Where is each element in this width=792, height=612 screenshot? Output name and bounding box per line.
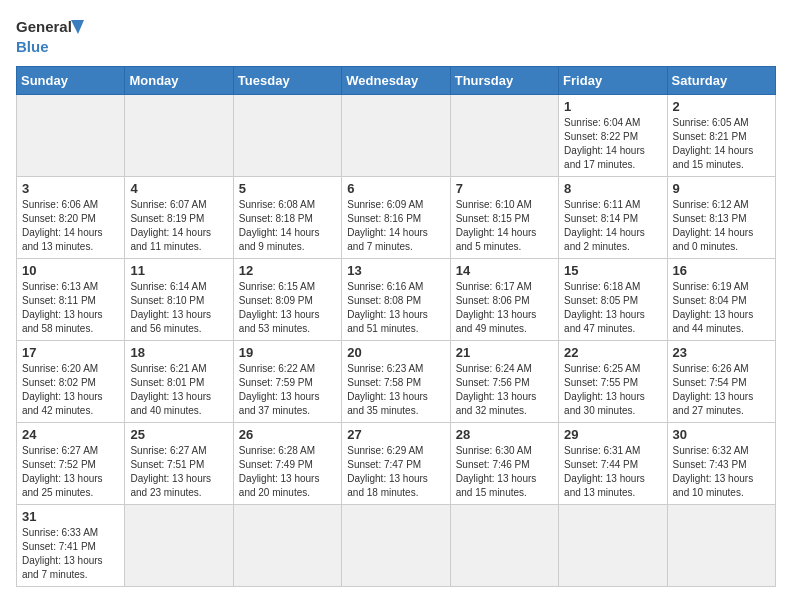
calendar-cell: 30Sunrise: 6:32 AM Sunset: 7:43 PM Dayli… bbox=[667, 423, 775, 505]
col-sunday: Sunday bbox=[17, 67, 125, 95]
calendar-cell bbox=[233, 95, 341, 177]
day-info: Sunrise: 6:30 AM Sunset: 7:46 PM Dayligh… bbox=[456, 444, 553, 500]
svg-text:General: General bbox=[16, 18, 72, 35]
day-number: 4 bbox=[130, 181, 227, 196]
day-info: Sunrise: 6:26 AM Sunset: 7:54 PM Dayligh… bbox=[673, 362, 770, 418]
calendar-cell: 14Sunrise: 6:17 AM Sunset: 8:06 PM Dayli… bbox=[450, 259, 558, 341]
col-tuesday: Tuesday bbox=[233, 67, 341, 95]
logo: GeneralBlue bbox=[16, 16, 96, 56]
calendar-cell: 9Sunrise: 6:12 AM Sunset: 8:13 PM Daylig… bbox=[667, 177, 775, 259]
calendar-cell bbox=[17, 95, 125, 177]
day-info: Sunrise: 6:11 AM Sunset: 8:14 PM Dayligh… bbox=[564, 198, 661, 254]
day-number: 17 bbox=[22, 345, 119, 360]
calendar-cell bbox=[559, 505, 667, 587]
calendar-table: Sunday Monday Tuesday Wednesday Thursday… bbox=[16, 66, 776, 587]
calendar-cell: 25Sunrise: 6:27 AM Sunset: 7:51 PM Dayli… bbox=[125, 423, 233, 505]
calendar-cell bbox=[667, 505, 775, 587]
day-number: 28 bbox=[456, 427, 553, 442]
calendar-cell: 31Sunrise: 6:33 AM Sunset: 7:41 PM Dayli… bbox=[17, 505, 125, 587]
day-info: Sunrise: 6:06 AM Sunset: 8:20 PM Dayligh… bbox=[22, 198, 119, 254]
day-number: 15 bbox=[564, 263, 661, 278]
day-info: Sunrise: 6:12 AM Sunset: 8:13 PM Dayligh… bbox=[673, 198, 770, 254]
day-info: Sunrise: 6:09 AM Sunset: 8:16 PM Dayligh… bbox=[347, 198, 444, 254]
svg-text:Blue: Blue bbox=[16, 38, 49, 55]
calendar-cell: 22Sunrise: 6:25 AM Sunset: 7:55 PM Dayli… bbox=[559, 341, 667, 423]
header: GeneralBlue bbox=[16, 16, 776, 56]
calendar-cell: 11Sunrise: 6:14 AM Sunset: 8:10 PM Dayli… bbox=[125, 259, 233, 341]
day-number: 24 bbox=[22, 427, 119, 442]
day-number: 27 bbox=[347, 427, 444, 442]
svg-marker-1 bbox=[71, 20, 84, 34]
calendar-cell: 2Sunrise: 6:05 AM Sunset: 8:21 PM Daylig… bbox=[667, 95, 775, 177]
day-info: Sunrise: 6:29 AM Sunset: 7:47 PM Dayligh… bbox=[347, 444, 444, 500]
day-info: Sunrise: 6:25 AM Sunset: 7:55 PM Dayligh… bbox=[564, 362, 661, 418]
calendar-cell bbox=[450, 95, 558, 177]
calendar-cell: 23Sunrise: 6:26 AM Sunset: 7:54 PM Dayli… bbox=[667, 341, 775, 423]
day-info: Sunrise: 6:13 AM Sunset: 8:11 PM Dayligh… bbox=[22, 280, 119, 336]
day-number: 21 bbox=[456, 345, 553, 360]
day-number: 14 bbox=[456, 263, 553, 278]
day-number: 18 bbox=[130, 345, 227, 360]
calendar-cell: 8Sunrise: 6:11 AM Sunset: 8:14 PM Daylig… bbox=[559, 177, 667, 259]
day-info: Sunrise: 6:16 AM Sunset: 8:08 PM Dayligh… bbox=[347, 280, 444, 336]
col-wednesday: Wednesday bbox=[342, 67, 450, 95]
day-info: Sunrise: 6:27 AM Sunset: 7:51 PM Dayligh… bbox=[130, 444, 227, 500]
day-info: Sunrise: 6:20 AM Sunset: 8:02 PM Dayligh… bbox=[22, 362, 119, 418]
day-info: Sunrise: 6:24 AM Sunset: 7:56 PM Dayligh… bbox=[456, 362, 553, 418]
day-number: 31 bbox=[22, 509, 119, 524]
calendar-cell: 10Sunrise: 6:13 AM Sunset: 8:11 PM Dayli… bbox=[17, 259, 125, 341]
day-info: Sunrise: 6:28 AM Sunset: 7:49 PM Dayligh… bbox=[239, 444, 336, 500]
calendar-cell: 7Sunrise: 6:10 AM Sunset: 8:15 PM Daylig… bbox=[450, 177, 558, 259]
day-number: 5 bbox=[239, 181, 336, 196]
day-number: 20 bbox=[347, 345, 444, 360]
day-number: 23 bbox=[673, 345, 770, 360]
calendar-cell: 21Sunrise: 6:24 AM Sunset: 7:56 PM Dayli… bbox=[450, 341, 558, 423]
day-number: 1 bbox=[564, 99, 661, 114]
calendar-header-row: Sunday Monday Tuesday Wednesday Thursday… bbox=[17, 67, 776, 95]
day-info: Sunrise: 6:22 AM Sunset: 7:59 PM Dayligh… bbox=[239, 362, 336, 418]
calendar-cell: 28Sunrise: 6:30 AM Sunset: 7:46 PM Dayli… bbox=[450, 423, 558, 505]
col-friday: Friday bbox=[559, 67, 667, 95]
day-info: Sunrise: 6:15 AM Sunset: 8:09 PM Dayligh… bbox=[239, 280, 336, 336]
col-saturday: Saturday bbox=[667, 67, 775, 95]
day-number: 11 bbox=[130, 263, 227, 278]
day-info: Sunrise: 6:23 AM Sunset: 7:58 PM Dayligh… bbox=[347, 362, 444, 418]
calendar-cell bbox=[233, 505, 341, 587]
day-info: Sunrise: 6:17 AM Sunset: 8:06 PM Dayligh… bbox=[456, 280, 553, 336]
calendar-cell bbox=[342, 95, 450, 177]
col-thursday: Thursday bbox=[450, 67, 558, 95]
calendar-cell bbox=[125, 95, 233, 177]
calendar-cell: 26Sunrise: 6:28 AM Sunset: 7:49 PM Dayli… bbox=[233, 423, 341, 505]
day-number: 26 bbox=[239, 427, 336, 442]
day-number: 10 bbox=[22, 263, 119, 278]
day-info: Sunrise: 6:32 AM Sunset: 7:43 PM Dayligh… bbox=[673, 444, 770, 500]
day-info: Sunrise: 6:18 AM Sunset: 8:05 PM Dayligh… bbox=[564, 280, 661, 336]
day-number: 3 bbox=[22, 181, 119, 196]
day-number: 16 bbox=[673, 263, 770, 278]
day-info: Sunrise: 6:21 AM Sunset: 8:01 PM Dayligh… bbox=[130, 362, 227, 418]
calendar-cell: 12Sunrise: 6:15 AM Sunset: 8:09 PM Dayli… bbox=[233, 259, 341, 341]
calendar-cell: 4Sunrise: 6:07 AM Sunset: 8:19 PM Daylig… bbox=[125, 177, 233, 259]
day-info: Sunrise: 6:05 AM Sunset: 8:21 PM Dayligh… bbox=[673, 116, 770, 172]
day-number: 13 bbox=[347, 263, 444, 278]
day-info: Sunrise: 6:27 AM Sunset: 7:52 PM Dayligh… bbox=[22, 444, 119, 500]
calendar-cell: 13Sunrise: 6:16 AM Sunset: 8:08 PM Dayli… bbox=[342, 259, 450, 341]
calendar-body: 1Sunrise: 6:04 AM Sunset: 8:22 PM Daylig… bbox=[17, 95, 776, 587]
day-info: Sunrise: 6:10 AM Sunset: 8:15 PM Dayligh… bbox=[456, 198, 553, 254]
day-number: 30 bbox=[673, 427, 770, 442]
day-info: Sunrise: 6:33 AM Sunset: 7:41 PM Dayligh… bbox=[22, 526, 119, 582]
day-number: 7 bbox=[456, 181, 553, 196]
day-number: 25 bbox=[130, 427, 227, 442]
day-number: 9 bbox=[673, 181, 770, 196]
calendar-cell: 18Sunrise: 6:21 AM Sunset: 8:01 PM Dayli… bbox=[125, 341, 233, 423]
day-info: Sunrise: 6:04 AM Sunset: 8:22 PM Dayligh… bbox=[564, 116, 661, 172]
day-number: 12 bbox=[239, 263, 336, 278]
day-info: Sunrise: 6:19 AM Sunset: 8:04 PM Dayligh… bbox=[673, 280, 770, 336]
calendar-cell: 3Sunrise: 6:06 AM Sunset: 8:20 PM Daylig… bbox=[17, 177, 125, 259]
day-number: 22 bbox=[564, 345, 661, 360]
day-number: 19 bbox=[239, 345, 336, 360]
calendar-cell: 27Sunrise: 6:29 AM Sunset: 7:47 PM Dayli… bbox=[342, 423, 450, 505]
day-number: 29 bbox=[564, 427, 661, 442]
day-number: 8 bbox=[564, 181, 661, 196]
calendar-cell bbox=[342, 505, 450, 587]
